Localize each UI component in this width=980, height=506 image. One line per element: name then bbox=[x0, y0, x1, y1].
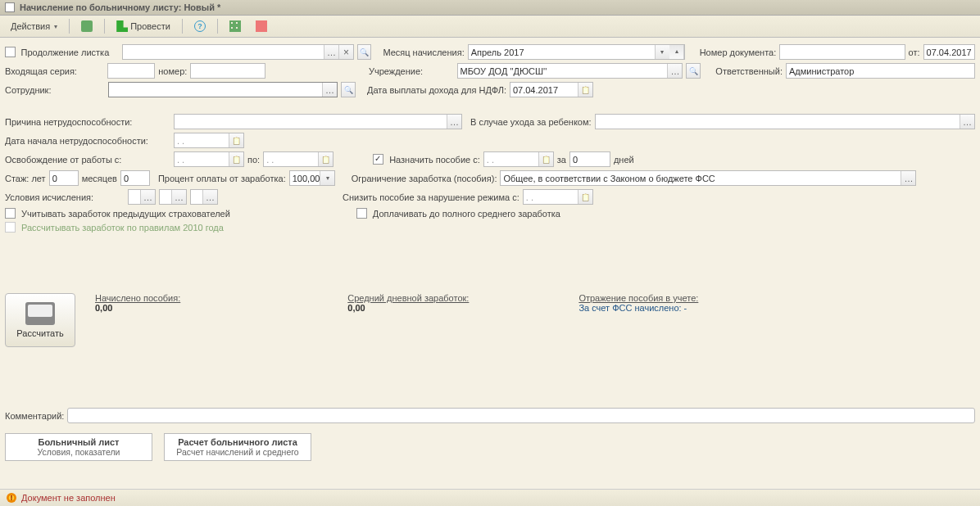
docnum-field[interactable] bbox=[779, 44, 905, 60]
employee-label: Сотрудник: bbox=[5, 85, 105, 95]
separator bbox=[104, 19, 105, 34]
dots-icon[interactable] bbox=[447, 115, 461, 129]
ndfl-date-field[interactable]: 07.04.2017 bbox=[510, 82, 593, 97]
limit-field[interactable]: Общее, в соответствии с Законом о бюджет… bbox=[500, 170, 916, 186]
continuation-label: Продолжение листка bbox=[21, 47, 110, 57]
date-from-field[interactable]: 07.04.2017 bbox=[923, 44, 975, 60]
calendar-icon[interactable] bbox=[578, 83, 592, 97]
accrual-month-label: Месяц начисления: bbox=[383, 47, 464, 57]
full-avg-checkbox[interactable] bbox=[356, 208, 367, 219]
chevron-down-icon[interactable] bbox=[655, 45, 669, 59]
comment-label: Комментарий: bbox=[5, 411, 64, 421]
accrual-month-field[interactable]: Апрель 2017 bbox=[468, 44, 685, 60]
system-icon bbox=[5, 2, 15, 12]
tab-title: Больничный лист bbox=[17, 437, 140, 447]
reduce-date-field[interactable]: . . bbox=[523, 189, 593, 205]
dots-icon[interactable] bbox=[960, 115, 974, 129]
help-button[interactable]: ? bbox=[188, 18, 211, 34]
window-title: Начисление по больничному листу: Новый * bbox=[20, 2, 220, 12]
child-care-label: В случае ухода за ребенком: bbox=[470, 117, 592, 127]
tab-subtitle: Расчет начислений и среднего bbox=[176, 447, 299, 457]
new-button[interactable] bbox=[75, 18, 98, 34]
child-care-field[interactable] bbox=[595, 114, 975, 129]
reflect-label[interactable]: Отражение пособия в учете: bbox=[578, 293, 698, 303]
avg-label[interactable]: Средний дневной заработок: bbox=[347, 293, 469, 303]
chevron-up-icon[interactable] bbox=[669, 45, 684, 59]
limit-label: Ограничение заработка (пособия): bbox=[352, 174, 497, 183]
tree-button[interactable] bbox=[250, 18, 273, 34]
fss-link[interactable]: За счет ФСС начислено: - bbox=[578, 303, 698, 313]
prev-insurers-checkbox[interactable] bbox=[5, 208, 16, 219]
reduce-label: Снизить пособие за нарушение режима с: bbox=[343, 192, 519, 202]
calc-cond-label: Условия исчисления: bbox=[5, 192, 125, 202]
months-label: месяцев bbox=[82, 174, 117, 183]
grid-icon bbox=[229, 20, 241, 32]
cond-field-2[interactable] bbox=[159, 189, 187, 205]
years-field[interactable]: 0 bbox=[49, 170, 79, 186]
days-field[interactable]: 0 bbox=[569, 151, 610, 167]
status-text: Документ не заполнен bbox=[21, 493, 116, 503]
continuation-checkbox[interactable] bbox=[5, 47, 16, 57]
tab-sick-leave[interactable]: Больничный лист Условия, показатели bbox=[5, 433, 152, 461]
assign-label: Назначить пособие с: bbox=[389, 155, 480, 165]
cause-label: Причина нетрудоспособности: bbox=[5, 117, 170, 127]
dots-icon[interactable] bbox=[322, 83, 337, 97]
lookup-button[interactable] bbox=[357, 44, 371, 60]
docnum-label: Номер документа: bbox=[700, 47, 777, 57]
exp-years-label: Стаж: лет bbox=[5, 174, 46, 183]
actions-menu[interactable]: Действия bbox=[5, 19, 63, 34]
release-to-field[interactable]: . . bbox=[263, 151, 333, 167]
dots-icon[interactable] bbox=[202, 190, 217, 204]
dots-icon[interactable] bbox=[901, 171, 915, 185]
cond-field-1[interactable] bbox=[128, 189, 156, 205]
lookup-button[interactable] bbox=[686, 63, 701, 79]
incoming-series-label: Входящая серия: bbox=[5, 66, 104, 76]
dots-icon[interactable] bbox=[171, 190, 186, 204]
months-field[interactable]: 0 bbox=[120, 170, 150, 186]
days-word: дней bbox=[614, 155, 634, 165]
grid-button[interactable] bbox=[224, 18, 247, 34]
responsible-label: Ответственный: bbox=[715, 66, 783, 76]
lookup-button[interactable] bbox=[341, 82, 356, 97]
cause-field[interactable] bbox=[174, 114, 462, 129]
tab-calculation[interactable]: Расчет больничного листа Расчет начислен… bbox=[164, 433, 311, 461]
tab-title: Расчет больничного листа bbox=[176, 437, 299, 447]
dots-icon[interactable] bbox=[324, 45, 338, 59]
dots-icon[interactable] bbox=[667, 64, 682, 78]
cond-field-3[interactable] bbox=[190, 189, 218, 205]
question-icon: ? bbox=[194, 20, 206, 32]
employee-field[interactable] bbox=[108, 82, 338, 97]
percent-field[interactable]: 100,00 bbox=[289, 170, 335, 186]
accrued-label[interactable]: Начислено пособия: bbox=[95, 293, 180, 303]
calendar-icon[interactable] bbox=[578, 190, 592, 204]
number-field[interactable] bbox=[190, 63, 265, 79]
calendar-icon[interactable] bbox=[229, 133, 243, 147]
continuation-field[interactable] bbox=[122, 44, 354, 60]
chevron-down-icon[interactable] bbox=[320, 171, 333, 185]
calendar-icon[interactable] bbox=[318, 152, 333, 166]
start-date-field[interactable]: . . bbox=[174, 133, 244, 148]
accrued-value: 0,00 bbox=[95, 303, 180, 313]
post-button[interactable]: Провести bbox=[111, 18, 176, 34]
form-body: Продолжение листка Месяц начисления: Апр… bbox=[0, 38, 980, 433]
rules2010-checkbox[interactable] bbox=[5, 222, 16, 233]
release-from-field[interactable]: . . bbox=[174, 151, 244, 167]
series-field[interactable] bbox=[107, 63, 155, 79]
prev-insurers-label: Учитывать заработок предыдущих страховат… bbox=[21, 209, 230, 219]
calculator-icon bbox=[25, 302, 55, 325]
status-bar: ! Документ не заполнен bbox=[0, 489, 980, 506]
calendar-icon[interactable] bbox=[229, 152, 243, 166]
start-label: Дата начала нетрудоспособности: bbox=[5, 136, 170, 146]
separator bbox=[69, 19, 70, 34]
calc-button-label: Рассчитать bbox=[16, 328, 63, 338]
assign-date-field[interactable]: . . bbox=[483, 151, 554, 167]
institution-field[interactable]: МБОУ ДОД ''ДЮСШ'' bbox=[457, 63, 683, 79]
comment-field[interactable] bbox=[67, 408, 975, 423]
calculate-button[interactable]: Рассчитать bbox=[5, 293, 75, 347]
assign-checkbox[interactable] bbox=[373, 154, 383, 165]
number-label: номер: bbox=[158, 66, 187, 76]
dots-icon[interactable] bbox=[140, 190, 155, 204]
clear-icon[interactable] bbox=[338, 45, 353, 59]
calendar-icon[interactable] bbox=[538, 152, 553, 166]
responsible-field[interactable]: Администратор bbox=[786, 63, 975, 79]
